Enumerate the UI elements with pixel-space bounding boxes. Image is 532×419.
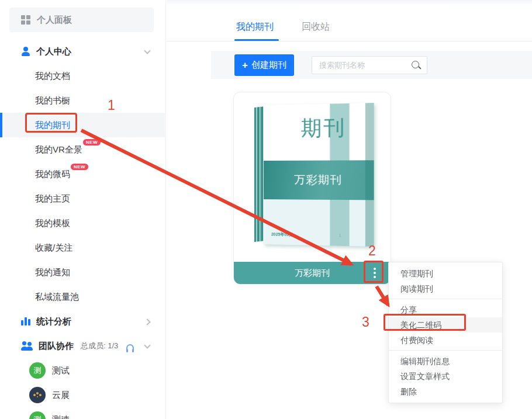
tab-my-journals[interactable]: 我的期刊 bbox=[236, 21, 274, 33]
search-box bbox=[312, 56, 427, 74]
menu-item-paid-reading[interactable]: 付费阅读 bbox=[389, 333, 502, 348]
journal-title: 万彩期刊 bbox=[295, 268, 330, 279]
active-tab-underline bbox=[234, 39, 279, 41]
personal-center-label: 个人中心 bbox=[36, 46, 71, 57]
menu-item-set-article-style[interactable]: 设置文章样式 bbox=[389, 369, 502, 384]
dashboard-grid-icon bbox=[21, 15, 30, 25]
sidebar-item-my-templates[interactable]: 我的模板 bbox=[0, 211, 165, 236]
app-window: 个人面板 个人中心 我的文档 我的书橱 我的期刊 我的VR全景 NEW bbox=[0, 0, 532, 419]
menu-item-edit-journal-info[interactable]: 编辑期刊信息 bbox=[389, 354, 502, 369]
avatar-letter: 测 bbox=[34, 365, 42, 376]
chevron-right-icon bbox=[144, 318, 150, 325]
create-journal-label: 创建期刊 bbox=[251, 60, 286, 71]
tab-recycle-bin[interactable]: 回收站 bbox=[302, 21, 330, 33]
context-menu: 管理期刊 阅读期刊 分享 美化二维码 付费阅读 编辑期刊信息 设置文章样式 删除 bbox=[388, 262, 503, 403]
dashboard-label: 个人面板 bbox=[37, 15, 72, 26]
avatar: 测 bbox=[29, 362, 46, 379]
sidebar-item-label: 我的模板 bbox=[35, 218, 70, 229]
cover-page-number: 1 bbox=[339, 233, 341, 237]
sidebar-item-label: 收藏/关注 bbox=[35, 243, 72, 254]
team-member-row[interactable]: 测 测速 bbox=[0, 407, 165, 419]
journal-card-footer: 万彩期刊 bbox=[234, 262, 391, 284]
logo-emblem-icon bbox=[36, 392, 39, 394]
search-input[interactable] bbox=[312, 57, 427, 74]
menu-item-manage-journal[interactable]: 管理期刊 bbox=[389, 266, 502, 281]
cover-title: 期刊 bbox=[264, 113, 374, 142]
sidebar-item-label: 我的VR全景 bbox=[35, 144, 82, 154]
new-badge: NEW bbox=[83, 139, 101, 146]
sidebar-item-label: 我的通知 bbox=[35, 267, 70, 278]
plus-icon: + bbox=[242, 60, 248, 70]
headset-icon[interactable] bbox=[126, 344, 134, 351]
search-icon[interactable] bbox=[411, 60, 422, 71]
member-name: 测试 bbox=[52, 365, 70, 376]
bar-chart-icon bbox=[21, 317, 30, 326]
menu-item-delete[interactable]: 删除 bbox=[389, 384, 502, 399]
sidebar-item-private-traffic-pool[interactable]: 私域流量池 bbox=[0, 285, 165, 309]
sidebar-item-label: 私域流量池 bbox=[35, 292, 79, 303]
menu-divider bbox=[389, 299, 502, 299]
avatar bbox=[29, 387, 46, 403]
sidebar-item-label: 我的期刊 bbox=[35, 120, 70, 131]
sidebar: 个人面板 个人中心 我的文档 我的书橱 我的期刊 我的VR全景 NEW bbox=[0, 0, 166, 419]
sidebar-item-team-collaboration[interactable]: 团队协作 总成员: 1/3 bbox=[0, 334, 165, 358]
sidebar-item-favorites-follows[interactable]: 收藏/关注 bbox=[0, 236, 165, 260]
cover-bottom-section bbox=[264, 199, 374, 247]
menu-item-share[interactable]: 分享 bbox=[389, 302, 502, 317]
book-front-cover: 期刊 万彩期刊 2025年03月 1 bbox=[264, 103, 374, 247]
cover-date: 2025年03月 bbox=[271, 231, 293, 238]
sidebar-item-label: 我的文档 bbox=[35, 71, 70, 82]
sidebar-menu: 个人中心 我的文档 我的书橱 我的期刊 我的VR全景 NEW 我的微码 bbox=[0, 39, 165, 419]
menu-divider bbox=[389, 350, 502, 351]
cover-right-edge bbox=[365, 103, 374, 247]
sidebar-item-statistics[interactable]: 统计分析 bbox=[0, 309, 165, 334]
sidebar-item-my-bookshelf[interactable]: 我的书橱 bbox=[0, 88, 165, 113]
chevron-down-icon bbox=[144, 342, 150, 348]
top-shadow bbox=[167, 0, 532, 5]
avatar-letter: 测 bbox=[34, 414, 42, 419]
toolbar: + 创建期刊 bbox=[211, 51, 532, 79]
journal-card[interactable]: 期刊 万彩期刊 2025年03月 1 万彩期刊 bbox=[233, 92, 391, 285]
sidebar-item-my-homepage[interactable]: 我的主页 bbox=[0, 186, 165, 211]
team-member-row[interactable]: 云展 bbox=[0, 383, 165, 407]
menu-item-beautify-qrcode[interactable]: 美化二维码 bbox=[389, 317, 502, 333]
new-badge: NEW bbox=[71, 164, 88, 170]
cover-band: 万彩期刊 bbox=[264, 160, 374, 200]
team-icon bbox=[21, 341, 33, 351]
team-label: 团队协作 bbox=[39, 341, 74, 352]
sidebar-item-label: 我的书橱 bbox=[35, 95, 70, 106]
sidebar-item-label: 我的微码 bbox=[35, 169, 70, 179]
sidebar-item-my-microcode[interactable]: 我的微码 NEW bbox=[0, 162, 165, 186]
sidebar-item-my-journals[interactable]: 我的期刊 bbox=[0, 113, 165, 137]
sidebar-item-label: 我的主页 bbox=[35, 193, 70, 205]
team-members-count: 总成员: 1/3 bbox=[81, 341, 118, 351]
member-name: 云展 bbox=[52, 390, 70, 401]
sidebar-item-my-vr-panorama[interactable]: 我的VR全景 NEW bbox=[0, 137, 165, 162]
journal-cover: 期刊 万彩期刊 2025年03月 1 bbox=[254, 104, 371, 245]
sidebar-item-my-documents[interactable]: 我的文档 bbox=[0, 64, 165, 88]
sidebar-item-personal-center[interactable]: 个人中心 bbox=[0, 39, 165, 64]
menu-item-read-journal[interactable]: 阅读期刊 bbox=[389, 281, 502, 296]
create-journal-button[interactable]: + 创建期刊 bbox=[234, 54, 294, 76]
chevron-down-icon bbox=[144, 47, 150, 54]
avatar: 测 bbox=[29, 411, 46, 419]
sidebar-item-my-notifications[interactable]: 我的通知 bbox=[0, 260, 165, 285]
sidebar-item-dashboard[interactable]: 个人面板 bbox=[9, 8, 154, 32]
tab-bar: 我的期刊 回收站 bbox=[167, 0, 532, 41]
main-content: 我的期刊 回收站 + 创建期刊 期刊 bbox=[167, 0, 532, 419]
statistics-label: 统计分析 bbox=[36, 316, 71, 327]
member-name: 测速 bbox=[52, 414, 70, 419]
person-icon bbox=[21, 47, 30, 56]
team-member-row[interactable]: 测 测试 bbox=[0, 358, 165, 383]
more-options-kebab-icon[interactable] bbox=[369, 267, 381, 279]
cover-band-title: 万彩期刊 bbox=[294, 172, 342, 188]
